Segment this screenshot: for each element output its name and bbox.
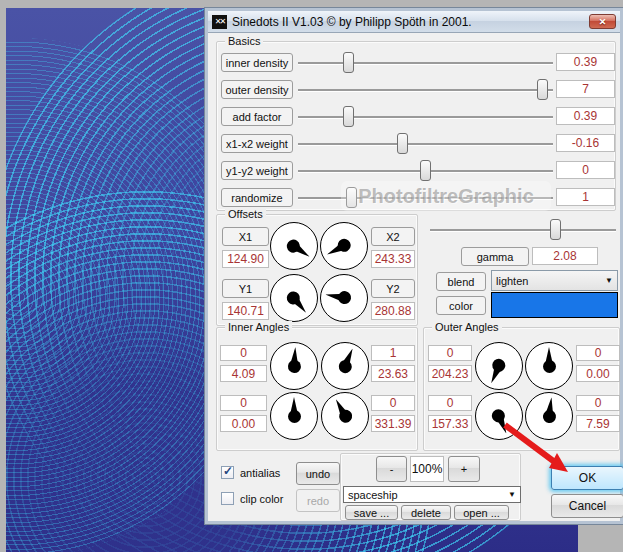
- slider-track: [298, 116, 553, 118]
- gamma-slider[interactable]: [430, 219, 616, 241]
- inner-angle-3-dial[interactable]: [270, 392, 318, 440]
- clip-color-label: clip color: [240, 493, 283, 505]
- ok-button[interactable]: OK: [551, 466, 623, 490]
- gamma-button[interactable]: gamma: [461, 247, 529, 266]
- y1-y2-weight-button[interactable]: y1-y2 weight: [221, 161, 293, 180]
- delete-button[interactable]: delete: [401, 505, 451, 520]
- outer-density-button[interactable]: outer density: [221, 80, 293, 99]
- photofiltregraphic-watermark: PhotofiltreGraphic: [341, 181, 551, 211]
- offsets-group-label: Offsets: [225, 208, 266, 220]
- preset-dropdown[interactable]: spaceship ▼: [343, 486, 521, 503]
- outer-angle-2-dial[interactable]: [525, 342, 573, 390]
- outer-angle-2-value[interactable]: 0.00: [576, 365, 620, 382]
- outer-angle-3-value[interactable]: 157.33: [428, 415, 472, 432]
- y1-y2-weight-slider[interactable]: [298, 160, 553, 182]
- undo-button[interactable]: undo: [296, 462, 340, 485]
- outer-angle-4-dial[interactable]: [525, 392, 573, 440]
- blend-dropdown[interactable]: lighten ▼: [491, 270, 618, 291]
- x2-value[interactable]: 243.33: [371, 250, 415, 268]
- gamma-value[interactable]: 2.08: [532, 247, 598, 265]
- add-factor-button[interactable]: add factor: [221, 107, 293, 126]
- inner-angle-3-count[interactable]: 0: [220, 395, 267, 411]
- open-button[interactable]: open ...: [454, 505, 509, 520]
- app-icon: ✕✕: [212, 15, 227, 29]
- color-button[interactable]: color: [436, 296, 486, 315]
- inner-density-slider[interactable]: [298, 52, 553, 74]
- preset-selected-value: spaceship: [348, 489, 398, 501]
- outer-angle-4-value[interactable]: 7.59: [576, 415, 620, 432]
- blend-selected-value: lighten: [496, 275, 528, 287]
- redo-button[interactable]: redo: [296, 489, 340, 512]
- randomize-button[interactable]: randomize: [221, 188, 293, 207]
- inner-angle-2-dial[interactable]: [321, 342, 369, 390]
- outer-angle-1-count[interactable]: 0: [428, 345, 472, 361]
- y2-button[interactable]: Y2: [371, 279, 415, 298]
- inner-angle-4-value[interactable]: 331.39: [371, 415, 415, 432]
- outer-density-value[interactable]: 7: [556, 80, 615, 98]
- x2-dial[interactable]: [320, 222, 368, 270]
- title-bar[interactable]: ✕✕ Sinedots II V1.03 © by Philipp Spöth …: [208, 11, 620, 33]
- slider-track: [298, 89, 553, 91]
- outer-angle-1-dial[interactable]: [475, 342, 523, 390]
- add-factor-value[interactable]: 0.39: [556, 107, 615, 125]
- y1-dial[interactable]: [270, 274, 318, 322]
- chevron-down-icon: ▼: [605, 276, 613, 285]
- cancel-button[interactable]: Cancel: [551, 494, 623, 518]
- antialias-label: antialias: [240, 467, 280, 479]
- x1-dial[interactable]: [270, 222, 318, 270]
- blend-button[interactable]: blend: [436, 272, 486, 291]
- outer-angle-4-count[interactable]: 0: [576, 395, 620, 411]
- inner-angle-1-count[interactable]: 0: [220, 345, 267, 361]
- x1-button[interactable]: X1: [222, 227, 269, 246]
- inner-angle-1-value[interactable]: 4.09: [220, 365, 267, 382]
- outer-density-slider[interactable]: [298, 79, 553, 101]
- window-title: Sinedots II V1.03 © by Philipp Spöth in …: [232, 15, 584, 29]
- x1-x2-weight-button[interactable]: x1-x2 weight: [221, 134, 293, 153]
- outer-angle-1-value[interactable]: 204.23: [428, 365, 472, 382]
- chevron-down-icon: ▼: [508, 490, 516, 499]
- slider-thumb[interactable]: [397, 133, 408, 154]
- dial-needle: [317, 271, 371, 325]
- inner-angle-3-value[interactable]: 0.00: [220, 415, 267, 432]
- close-button[interactable]: ✕: [589, 14, 616, 29]
- dial-needle: [269, 341, 318, 390]
- slider-thumb[interactable]: [343, 106, 354, 127]
- y1-y2-weight-value[interactable]: 0: [556, 161, 615, 179]
- outer-angles-group-label: Outer Angles: [432, 321, 502, 333]
- slider-thumb[interactable]: [537, 79, 548, 100]
- slider-thumb[interactable]: [550, 219, 561, 240]
- slider-thumb[interactable]: [420, 160, 431, 181]
- sinedots-dialog: ✕✕ Sinedots II V1.03 © by Philipp Spöth …: [205, 8, 623, 524]
- outer-angle-3-count[interactable]: 0: [428, 395, 472, 411]
- clip-color-checkbox[interactable]: ✓: [221, 492, 234, 505]
- color-swatch[interactable]: [491, 292, 618, 318]
- x2-button[interactable]: X2: [371, 227, 415, 246]
- inner-angle-2-count[interactable]: 1: [371, 345, 415, 361]
- inner-density-button[interactable]: inner density: [221, 53, 293, 72]
- add-factor-slider[interactable]: [298, 106, 553, 128]
- inner-angle-1-dial[interactable]: [270, 342, 318, 390]
- inner-density-value[interactable]: 0.39: [556, 53, 615, 71]
- slider-thumb[interactable]: [343, 52, 354, 73]
- x1-x2-weight-value[interactable]: -0.16: [556, 134, 615, 152]
- x1-x2-weight-slider[interactable]: [298, 133, 553, 155]
- dial-needle: [271, 393, 317, 439]
- save-button[interactable]: save ...: [345, 505, 398, 520]
- outer-angle-2-count[interactable]: 0: [576, 345, 620, 361]
- x1-value[interactable]: 124.90: [222, 250, 269, 268]
- inner-angle-4-dial[interactable]: [321, 392, 369, 440]
- y1-value[interactable]: 140.71: [222, 302, 269, 320]
- zoom-level-value[interactable]: 100%: [410, 456, 444, 482]
- slider-track: [430, 229, 616, 231]
- zoom-out-button[interactable]: -: [376, 456, 407, 482]
- y2-dial[interactable]: [320, 274, 368, 322]
- basics-group-label: Basics: [225, 35, 263, 47]
- inner-angle-2-value[interactable]: 23.63: [371, 365, 415, 382]
- inner-angle-4-count[interactable]: 0: [371, 395, 415, 411]
- randomize-value[interactable]: 1: [556, 188, 615, 206]
- y2-value[interactable]: 280.88: [371, 302, 415, 320]
- outer-angle-3-dial[interactable]: [475, 392, 523, 440]
- dial-needle: [526, 343, 572, 389]
- antialias-checkbox[interactable]: ✓: [221, 466, 234, 479]
- zoom-in-button[interactable]: +: [448, 456, 480, 482]
